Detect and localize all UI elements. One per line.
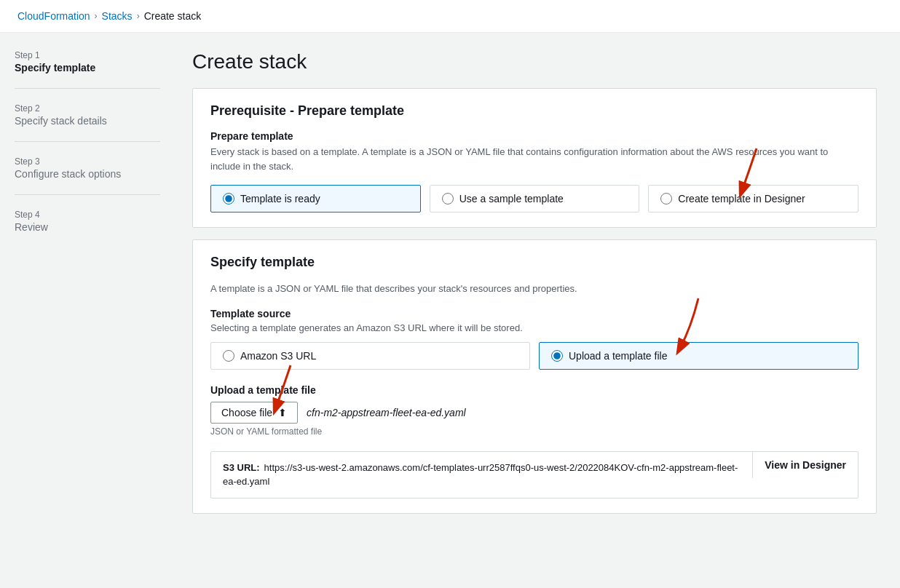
choose-file-button[interactable]: Choose file ⬆: [210, 402, 298, 424]
breadcrumb-current: Create stack: [144, 10, 202, 22]
radio-create-designer[interactable]: [660, 193, 672, 204]
radio-template-ready[interactable]: [223, 193, 234, 204]
option-template-ready[interactable]: Template is ready: [210, 185, 421, 212]
template-source-options: Amazon S3 URL Upload a template file: [210, 342, 858, 370]
prepare-template-desc: Every stack is based on a template. A te…: [210, 145, 858, 173]
sidebar-step-2: Step 2 Specify stack details: [15, 103, 160, 142]
prerequisite-card: Prerequisite - Prepare template Prepare …: [192, 88, 877, 228]
s3-url-display: S3 URL:https://s3-us-west-2.amazonaws.co…: [210, 451, 858, 498]
step2-name: Specify stack details: [15, 115, 160, 127]
step3-label: Step 3: [15, 156, 160, 167]
specify-template-card: Specify template A template is a JSON or…: [192, 239, 877, 514]
specify-template-title: Specify template: [210, 255, 858, 270]
breadcrumb-sep-2: ›: [137, 11, 140, 21]
step2-label: Step 2: [15, 103, 160, 114]
prerequisite-card-title: Prerequisite - Prepare template: [210, 103, 858, 119]
radio-upload-file[interactable]: [551, 350, 563, 362]
step4-name: Review: [15, 221, 160, 233]
step3-name: Configure stack options: [15, 168, 160, 180]
choose-file-label: Choose file: [221, 407, 272, 418]
prepare-template-options: Template is ready Use a sample template …: [210, 185, 858, 212]
step1-name: Specify template: [15, 62, 160, 74]
sidebar-step-4: Step 4 Review: [15, 210, 160, 247]
option-template-ready-label: Template is ready: [240, 193, 320, 204]
sidebar-step-1: Step 1 Specify template: [15, 50, 160, 89]
breadcrumb-stacks[interactable]: Stacks: [102, 10, 133, 22]
step4-label: Step 4: [15, 210, 160, 220]
radio-sample-template[interactable]: [442, 193, 454, 204]
option-sample-template[interactable]: Use a sample template: [430, 185, 640, 212]
s3-url-label: S3 URL:: [223, 462, 260, 473]
uploaded-file-name: cfn-m2-appstream-fleet-ea-ed.yaml: [307, 407, 466, 418]
view-in-designer-button[interactable]: View in Designer: [752, 452, 858, 478]
upload-section: Upload a template file Choose file: [210, 384, 858, 437]
breadcrumb: CloudFormation › Stacks › Create stack: [0, 0, 900, 33]
specify-template-desc: A template is a JSON or YAML file that d…: [210, 282, 858, 296]
option-upload-file-label: Upload a template file: [569, 350, 667, 362]
step1-label: Step 1: [15, 50, 160, 60]
radio-s3-url[interactable]: [223, 350, 234, 362]
option-s3-url[interactable]: Amazon S3 URL: [210, 342, 530, 370]
option-sample-template-label: Use a sample template: [459, 193, 564, 204]
option-upload-file[interactable]: Upload a template file: [539, 342, 858, 370]
breadcrumb-sep-1: ›: [95, 11, 98, 21]
prepare-template-label: Prepare template: [210, 130, 858, 142]
s3-url-content: S3 URL:https://s3-us-west-2.amazonaws.co…: [211, 452, 752, 498]
option-create-designer[interactable]: Create template in Designer: [648, 185, 858, 212]
template-source-hint: Selecting a template generates an Amazon…: [210, 322, 858, 333]
breadcrumb-cloudformation[interactable]: CloudFormation: [17, 10, 90, 22]
sidebar-step-3: Step 3 Configure stack options: [15, 156, 160, 195]
file-format-hint: JSON or YAML formatted file: [210, 426, 858, 437]
upload-icon: ⬆: [278, 407, 287, 418]
option-create-designer-label: Create template in Designer: [678, 193, 805, 204]
s3-url-value: https://s3-us-west-2.amazonaws.com/cf-te…: [223, 462, 738, 488]
upload-row: Choose file ⬆ cfn-m2-appstream-fleet-ea-…: [210, 402, 858, 424]
template-source-label: Template source: [210, 308, 858, 319]
page-title: Create stack: [192, 50, 877, 74]
sidebar: Step 1 Specify template Step 2 Specify s…: [0, 33, 175, 588]
option-s3-url-label: Amazon S3 URL: [240, 350, 316, 362]
upload-label: Upload a template file: [210, 384, 858, 396]
main-content: Create stack Prerequisite - Prepare temp…: [175, 33, 900, 588]
